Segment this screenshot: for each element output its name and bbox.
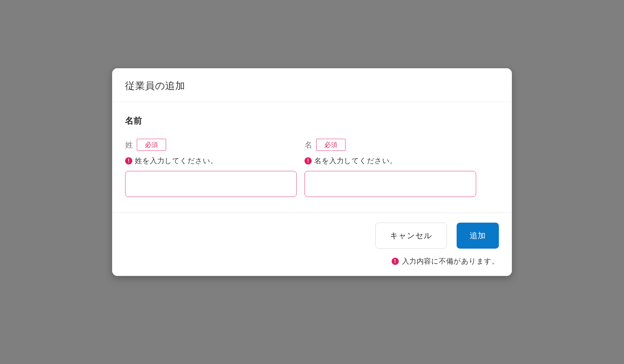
error-icon: [125, 157, 132, 164]
cancel-button[interactable]: キャンセル: [375, 223, 447, 249]
error-icon: [392, 258, 399, 265]
submit-button[interactable]: 追加: [457, 223, 499, 249]
required-badge: 必須: [316, 139, 345, 151]
first-name-error-text: 名を入力してください。: [314, 156, 397, 166]
required-badge: 必須: [137, 139, 166, 151]
first-name-error-row: 名を入力してください。: [305, 156, 476, 166]
last-name-error-text: 姓を入力してください。: [135, 156, 218, 166]
name-fields-row: 姓 必須 姓を入力してください。 名 必須 名を入力してください。: [125, 139, 499, 197]
section-title-name: 名前: [125, 115, 499, 126]
footer-button-row: キャンセル 追加: [375, 223, 499, 249]
dialog-footer: キャンセル 追加 入力内容に不備があります。: [112, 213, 512, 276]
dialog-body: 名前 姓 必須 姓を入力してください。 名 必須: [112, 102, 512, 213]
last-name-input[interactable]: [125, 171, 297, 197]
first-name-field-group: 名 必須 名を入力してください。: [305, 139, 476, 197]
last-name-field-group: 姓 必須 姓を入力してください。: [125, 139, 297, 197]
last-name-error-row: 姓を入力してください。: [125, 156, 297, 166]
first-name-input[interactable]: [305, 171, 476, 197]
dialog-title: 従業員の追加: [125, 79, 499, 93]
error-icon: [305, 157, 312, 164]
first-name-label: 名: [305, 140, 312, 150]
dialog-header: 従業員の追加: [112, 68, 512, 102]
footer-error-text: 入力内容に不備があります。: [402, 256, 499, 266]
first-name-label-row: 名 必須: [305, 139, 476, 151]
last-name-label: 姓: [125, 140, 133, 150]
add-employee-dialog: 従業員の追加 名前 姓 必須 姓を入力してください。 名 必須: [112, 68, 512, 276]
last-name-label-row: 姓 必須: [125, 139, 297, 151]
footer-error-row: 入力内容に不備があります。: [392, 256, 499, 266]
